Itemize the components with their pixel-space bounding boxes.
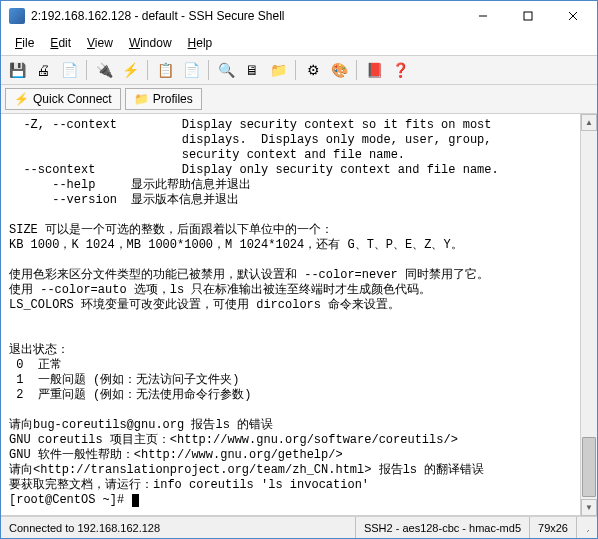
printer-icon: 🖨 xyxy=(36,62,50,78)
page-icon: 📄 xyxy=(61,62,78,78)
plug-icon: 🔌 xyxy=(96,62,113,78)
menu-window[interactable]: Window xyxy=(121,33,180,53)
grip-icon xyxy=(585,522,589,534)
minimize-button[interactable] xyxy=(460,2,505,30)
menu-edit[interactable]: Edit xyxy=(42,33,79,53)
menubar: File Edit View Window Help xyxy=(1,31,597,55)
toolbar-separator xyxy=(295,60,296,80)
book-icon: 📕 xyxy=(366,62,383,78)
scroll-track[interactable] xyxy=(581,131,597,499)
floppy-icon: 💾 xyxy=(9,62,26,78)
paste-icon: 📄 xyxy=(183,62,200,78)
log-button[interactable]: 📕 xyxy=(362,58,386,82)
menu-view[interactable]: View xyxy=(79,33,121,53)
vertical-scrollbar[interactable]: ▲ ▼ xyxy=(580,114,597,516)
terminal-output: -Z, --context Display security context s… xyxy=(9,118,499,492)
toolbar-separator xyxy=(147,60,148,80)
terminal-icon: 🖥 xyxy=(245,62,259,78)
search-icon: 🔍 xyxy=(218,62,235,78)
scroll-thumb[interactable] xyxy=(582,437,596,497)
folder-icon: 📁 xyxy=(134,92,149,106)
cursor xyxy=(132,494,139,507)
print-preview-button[interactable]: 📄 xyxy=(57,58,81,82)
toolbar: 💾 🖨 📄 🔌 ⚡ 📋 📄 🔍 🖥 📁 ⚙ 🎨 📕 ❓ xyxy=(1,55,597,85)
scroll-down-button[interactable]: ▼ xyxy=(581,499,597,516)
svg-line-4 xyxy=(587,524,589,532)
svg-rect-1 xyxy=(524,12,532,20)
copy-icon: 📋 xyxy=(157,62,174,78)
menu-file[interactable]: File xyxy=(7,33,42,53)
settings-button[interactable]: ⚙ xyxy=(301,58,325,82)
paste-button[interactable]: 📄 xyxy=(179,58,203,82)
toolbar-separator xyxy=(208,60,209,80)
maximize-icon xyxy=(523,11,533,21)
print-button[interactable]: 🖨 xyxy=(31,58,55,82)
status-size: 79x26 xyxy=(530,517,577,538)
close-icon xyxy=(568,11,578,21)
new-terminal-button[interactable]: 🖥 xyxy=(240,58,264,82)
palette-icon: 🎨 xyxy=(331,62,348,78)
terminal[interactable]: -Z, --context Display security context s… xyxy=(1,114,580,516)
prompt: [root@CentOS ~]# xyxy=(9,493,124,507)
gear-icon: ⚙ xyxy=(307,62,320,78)
colors-button[interactable]: 🎨 xyxy=(327,58,351,82)
quick-connect-button[interactable]: ⚡ Quick Connect xyxy=(5,88,121,110)
folder-transfer-icon: 📁 xyxy=(270,62,287,78)
status-cipher: SSH2 - aes128-cbc - hmac-md5 xyxy=(356,517,530,538)
toolbar-separator xyxy=(86,60,87,80)
statusbar: Connected to 192.168.162.128 SSH2 - aes1… xyxy=(1,516,597,538)
profiles-button[interactable]: 📁 Profiles xyxy=(125,88,202,110)
connect-button[interactable]: 🔌 xyxy=(92,58,116,82)
close-button[interactable] xyxy=(550,2,595,30)
minimize-icon xyxy=(478,11,488,21)
profiles-label: Profiles xyxy=(153,92,193,106)
toolbar-separator xyxy=(356,60,357,80)
save-button[interactable]: 💾 xyxy=(5,58,29,82)
window-title: 2:192.168.162.128 - default - SSH Secure… xyxy=(31,9,460,23)
quick-connect-label: Quick Connect xyxy=(33,92,112,106)
help-icon: ❓ xyxy=(392,62,409,78)
resize-grip[interactable] xyxy=(577,517,597,538)
file-transfer-button[interactable]: 📁 xyxy=(266,58,290,82)
titlebar: 2:192.168.162.128 - default - SSH Secure… xyxy=(1,1,597,31)
app-window: 2:192.168.162.128 - default - SSH Secure… xyxy=(0,0,598,539)
menu-help[interactable]: Help xyxy=(180,33,221,53)
status-connection: Connected to 192.168.162.128 xyxy=(1,517,356,538)
lightning-icon: ⚡ xyxy=(14,92,29,106)
maximize-button[interactable] xyxy=(505,2,550,30)
window-buttons xyxy=(460,2,595,30)
help-button[interactable]: ❓ xyxy=(388,58,412,82)
find-button[interactable]: 🔍 xyxy=(214,58,238,82)
terminal-area: -Z, --context Display security context s… xyxy=(1,114,597,516)
copy-button[interactable]: 📋 xyxy=(153,58,177,82)
disconnect-button[interactable]: ⚡ xyxy=(118,58,142,82)
app-icon xyxy=(9,8,25,24)
scroll-up-button[interactable]: ▲ xyxy=(581,114,597,131)
unplug-icon: ⚡ xyxy=(122,62,139,78)
connect-bar: ⚡ Quick Connect 📁 Profiles xyxy=(1,85,597,114)
